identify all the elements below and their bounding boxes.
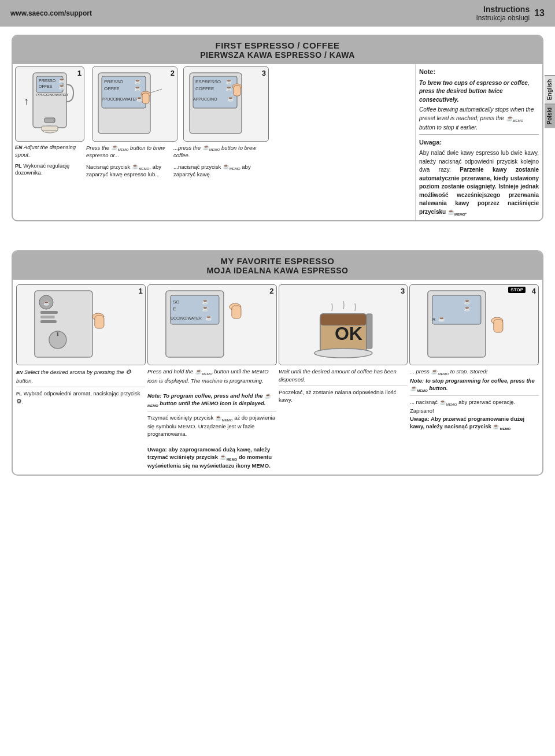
svg-text:PRESSO: PRESSO (104, 79, 123, 84)
section1-steps: 1 PRESSO OFFEE PPUCCINO/WATER (13, 64, 415, 220)
svg-text:☕: ☕ (438, 315, 446, 323)
svg-text:☕: ☕ (134, 84, 142, 92)
svg-text:R: R (432, 317, 435, 321)
section2-title: MY FAVORITE ESPRESSO MOJA IDEALNA KAWA E… (13, 251, 542, 280)
step1-pl-text: PL Wykonać regulację dozownika. (15, 162, 84, 177)
s2-step2-svg: SO E UCCINO/WATER ☕ ☕ ☕ (148, 285, 276, 365)
svg-text:E: E (173, 306, 176, 312)
svg-text:SO: SO (173, 299, 180, 305)
section1-note: Note: To brew two cups of espresso or co… (415, 64, 542, 220)
en-label1: EN (16, 370, 23, 375)
step3-illus-box: 3 ESPRESSO COFFEE APPUCCINO ☕ ☕ ☕ (183, 66, 269, 142)
step1-pl-content: Wykonać regulację dozownika. (15, 162, 69, 176)
step3-badge: 3 (262, 69, 266, 77)
stop-badge: STOP (508, 287, 526, 293)
s2-step2-cell: 2 SO E UCCINO/WATER ☕ ☕ ☕ (147, 284, 277, 365)
aroma-icon: ⚙ (125, 368, 131, 375)
svg-text:☕: ☕ (58, 83, 66, 90)
s2-step4-cell: 4 STOP ☕ ☕ R ☕ (409, 284, 539, 365)
separator1 (419, 134, 539, 135)
step1-illus-cell: 1 PRESSO OFFEE PPUCCINO/WATER (15, 66, 90, 142)
svg-text:UCCINO/WATER: UCCINO/WATER (171, 316, 202, 320)
section1-illus-row: 1 PRESSO OFFEE PPUCCINO/WATER (13, 64, 415, 144)
page-header: www.saeco.com/support Instructions Instr… (0, 0, 555, 27)
s2-step4-badge: 4 (532, 287, 536, 295)
step2-en-text: Press the ☕MEMO button to brew espresso … (86, 144, 172, 160)
note-italic: Coffee brewing automatically stops when … (419, 106, 534, 130)
lang-tab-english[interactable]: English (545, 75, 555, 103)
step1-badge: 1 (77, 69, 82, 77)
svg-text:↑: ↑ (24, 95, 29, 107)
section2-box: MY FAVORITE ESPRESSO MOJA IDEALNA KAWA E… (12, 250, 543, 476)
section1-text-row: EN Adjust the dispensing spout. PL Wykon… (13, 144, 415, 182)
section2-sub-title: MOJA IDEALNA KAWA ESPRESSO (18, 266, 536, 275)
s2-step1-svg: ☕ (17, 285, 145, 365)
svg-text:☕: ☕ (225, 84, 233, 92)
step3-en-text: ...press the ☕MEMO button to brew coffee… (173, 144, 259, 160)
svg-text:ESPRESSO: ESPRESSO (195, 79, 221, 84)
spacer1 (0, 227, 555, 244)
uwaga-title: Uwaga: (419, 138, 539, 147)
svg-text:☕: ☕ (205, 314, 213, 321)
svg-text:OFFEE: OFFEE (104, 86, 120, 91)
s2-step3-text: Wait until the desired amount of coffee … (279, 368, 408, 470)
step1-en-content: Adjust the dispensing spout. (15, 144, 76, 158)
note-bold1: To brew two cups of espresso or coffee, … (419, 80, 530, 103)
section2-illus-row: 1 ☕ (13, 280, 542, 368)
pl-label: PL (15, 163, 22, 169)
step3-text: ...press the ☕MEMO button to brew coffee… (173, 144, 259, 179)
svg-text:☕: ☕ (464, 305, 471, 312)
svg-rect-30 (234, 86, 240, 96)
section1-main-title: FIRST ESPRESSO / COFFEE (18, 40, 536, 50)
s2-step1-pl: PL Wybrać odpowiedni aromat, naciskając … (16, 390, 145, 406)
svg-rect-63 (494, 320, 503, 332)
svg-rect-36 (40, 320, 57, 323)
svg-text:☕: ☕ (134, 77, 142, 85)
svg-text:☕: ☕ (202, 298, 209, 305)
s2-step4-svg: ☕ ☕ R ☕ (410, 285, 538, 365)
svg-rect-40 (95, 316, 104, 328)
svg-rect-7 (45, 118, 55, 123)
pl-label1: PL (16, 391, 22, 396)
svg-text:OFFEE: OFFEE (39, 84, 53, 88)
step2-badge: 2 (171, 69, 175, 77)
lang-tab-polski[interactable]: Polski (545, 103, 555, 128)
svg-text:PRESSO: PRESSO (39, 79, 56, 83)
s2-step2-pl: Trzymać wciśnięty przycisk ☕MEMO aż do p… (147, 414, 276, 470)
svg-rect-34 (40, 311, 58, 314)
s2-step2-box: 2 SO E UCCINO/WATER ☕ ☕ ☕ (147, 284, 277, 365)
svg-text:☕: ☕ (43, 299, 50, 306)
step3-svg: ESPRESSO COFFEE APPUCCINO ☕ ☕ ☕ (184, 67, 268, 141)
s2-step2-text: Press and hold the ☕MEMO button until th… (147, 368, 276, 470)
section1-title: FIRST ESPRESSO / COFFEE PIERWSZA KAWA ES… (13, 36, 542, 64)
s2-step4-pl: ... nacisnąć ☕MEMO aby przerwać operację… (410, 398, 539, 431)
step2-illus-cell: 2 PRESSO OFFEE PPUCCINO/WATER ☕ (92, 66, 182, 142)
svg-text:☕: ☕ (464, 298, 471, 305)
svg-text:OK: OK (334, 323, 362, 344)
section2-text-grid: EN Select the desired aroma by pressing … (13, 368, 542, 475)
title-main: Instructions (476, 5, 530, 14)
note-title: Note: (419, 68, 539, 77)
step3-illus-cell: 3 ESPRESSO COFFEE APPUCCINO ☕ ☕ ☕ (183, 66, 273, 142)
s2-step1-box: 1 ☕ (16, 284, 146, 365)
step1-svg: PRESSO OFFEE PPUCCINO/WATER ☕ ☕ ↑ (16, 67, 84, 141)
aroma-icon-pl: ⚙ (16, 398, 22, 405)
s2-step1-cell: 1 ☕ (16, 284, 146, 365)
svg-point-53 (314, 349, 372, 358)
section1-box: FIRST ESPRESSO / COFFEE PIERWSZA KAWA ES… (12, 35, 543, 221)
step1-illus-box: 1 PRESSO OFFEE PPUCCINO/WATER (15, 66, 84, 142)
en-label: EN (15, 144, 23, 150)
uwaga-text: Aby nalać dwie kawy espresso lub dwie ka… (419, 149, 539, 217)
svg-text:☕: ☕ (202, 305, 209, 312)
svg-text:☕: ☕ (225, 77, 233, 85)
s2-step4-en: ... press ☕MEMO to stop. Stored! Note: t… (410, 368, 539, 396)
website-url: www.saeco.com/support (10, 9, 92, 17)
svg-rect-35 (40, 316, 55, 318)
section2-main-title: MY FAVORITE ESPRESSO (18, 256, 536, 266)
svg-text:PPUCCINO/WATER: PPUCCINO/WATER (36, 93, 68, 97)
s2-step3-pl: Poczekać, aż zostanie nalana odpowiednia… (279, 388, 408, 404)
s2-step2-en: Press and hold the ☕MEMO button until th… (147, 368, 276, 411)
s2-step1-en: EN Select the desired aroma by pressing … (16, 368, 145, 387)
step2-svg: PRESSO OFFEE PPUCCINO/WATER ☕ ☕ ☕ (92, 67, 177, 141)
note-text2: Coffee brewing automatically stops when … (419, 106, 539, 132)
